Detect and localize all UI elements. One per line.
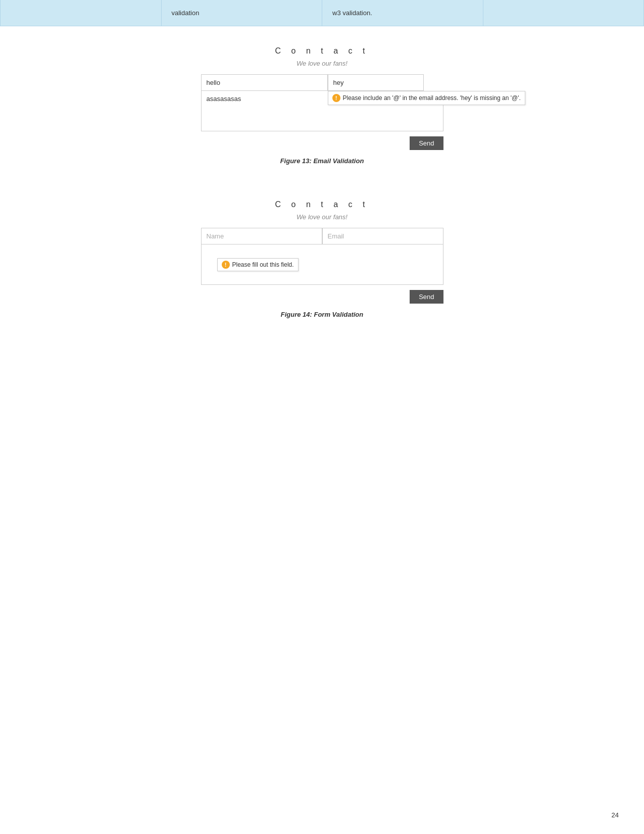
form1-email-tooltip-text: Please include an '@' in the email addre… [343,94,521,102]
form1-title: C o n t a c t [201,46,443,56]
form1-send-row: Send [201,136,443,150]
form2-send-row: Send [201,290,443,304]
form2-comment-tooltip: ! Please fill out this field. [217,258,299,271]
form1-email-tooltip: ! Please include an '@' in the email add… [328,91,525,105]
form1-email-input[interactable] [328,74,424,91]
form2-comment-tooltip-text: Please fill out this field. [232,261,294,268]
form1-caption: Figure 13: Email Validation [201,157,443,165]
form2-title: C o n t a c t [201,200,443,209]
main-content: C o n t a c t We love our fans! ! Please… [0,26,644,374]
table-cell-2: validation [162,0,323,26]
form2-name-input[interactable] [201,228,322,244]
warning-icon-2: ! [222,261,230,269]
table-cell-1 [1,0,162,26]
form1-email-wrapper: ! Please include an '@' in the email add… [328,74,443,91]
form2-caption: Figure 14: Form Validation [201,311,443,318]
form1-subtitle: We love our fans! [201,60,443,67]
form1-name-input[interactable] [201,74,328,91]
form2-subtitle: We love our fans! [201,213,443,221]
table-cell-4 [483,0,644,26]
warning-icon: ! [332,94,340,102]
email-validation-form: C o n t a c t We love our fans! ! Please… [201,46,443,185]
top-table: validation w3 validation. [0,0,644,26]
form2-comment-row: ! Please fill out this field. [201,244,443,285]
form2-send-button[interactable]: Send [410,290,443,304]
page-number: 24 [612,811,619,819]
form1-name-email-row: ! Please include an '@' in the email add… [201,74,443,91]
form1-send-button[interactable]: Send [410,136,443,150]
form-validation-form: C o n t a c t We love our fans! ! Please… [201,200,443,338]
form2-name-email-row [201,228,443,244]
table-cell-3: w3 validation. [322,0,483,26]
form2-email-input[interactable] [322,228,443,244]
